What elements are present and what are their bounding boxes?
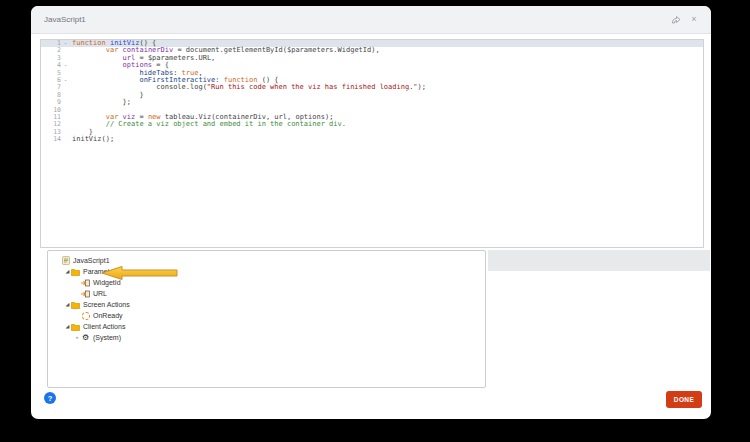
fold-gutter: [61, 107, 70, 114]
tree-item-label: WidgetId: [93, 279, 121, 286]
code-text: initViz();: [70, 136, 114, 143]
fold-marker-icon[interactable]: -: [61, 62, 70, 69]
tree-item-client-actions[interactable]: ◢Client Actions: [54, 321, 485, 332]
fold-gutter: [61, 136, 70, 143]
tree-item-label: Screen Actions: [83, 301, 130, 308]
on-ready-event-icon: [81, 311, 90, 320]
fold-marker-icon[interactable]: -: [61, 77, 70, 84]
tree-expander-icon[interactable]: ◢: [64, 268, 71, 275]
fold-gutter: [61, 114, 70, 121]
code-text: };: [70, 99, 131, 106]
folder-icon: [71, 267, 80, 276]
titlebar-icons: ×: [671, 15, 711, 25]
tree-item-javascript1[interactable]: JavaScript1: [54, 255, 485, 266]
system-gear-icon: ⚙: [81, 333, 90, 342]
tree-item-label: Parameters: [83, 268, 119, 275]
input-parameter-icon: [81, 289, 90, 298]
dialog-titlebar: JavaScript1 ×: [31, 6, 711, 34]
done-button[interactable]: DONE: [666, 391, 702, 408]
scope-tree: JavaScript1◢ParametersWidgetIdURL◢Screen…: [48, 251, 485, 343]
tree-expander-icon[interactable]: ◢: [64, 323, 71, 330]
tree-expander-icon[interactable]: ▸: [74, 334, 81, 341]
tree-item-system[interactable]: ▸⚙(System): [54, 332, 485, 343]
code-line[interactable]: 13 }: [41, 129, 703, 136]
code-lines: 1-function initViz() {2 var containerDiv…: [41, 40, 703, 143]
folder-icon: [71, 322, 80, 331]
fold-gutter: [61, 70, 70, 77]
fold-gutter: [61, 84, 70, 91]
fold-gutter: [61, 129, 70, 136]
fold-gutter: [61, 121, 70, 128]
dialog-title: JavaScript1: [31, 15, 86, 24]
description-panel: [488, 250, 710, 386]
code-line[interactable]: 9 };: [41, 99, 703, 106]
code-line[interactable]: 14initViz();: [41, 136, 703, 143]
fold-gutter: [61, 92, 70, 99]
tree-item-label: URL: [93, 290, 107, 297]
tree-item-label: OnReady: [93, 312, 123, 319]
tree-item-widgetid[interactable]: WidgetId: [54, 277, 485, 288]
fold-gutter: [61, 47, 70, 54]
javascript-node-icon: [61, 256, 70, 265]
tree-item-url[interactable]: URL: [54, 288, 485, 299]
tree-item-label: JavaScript1: [73, 257, 110, 264]
tree-item-label: Client Actions: [83, 323, 125, 330]
fold-gutter: [61, 99, 70, 106]
tree-item-screen-actions[interactable]: ◢Screen Actions: [54, 299, 485, 310]
help-icon[interactable]: ?: [44, 392, 56, 404]
description-panel-header: [488, 250, 710, 271]
code-line[interactable]: 8 }: [41, 92, 703, 99]
tree-expander-icon[interactable]: ◢: [64, 301, 71, 308]
folder-icon: [71, 300, 80, 309]
tree-item-onready[interactable]: OnReady: [54, 310, 485, 321]
code-text: // Create a viz object and embed it in t…: [70, 121, 346, 128]
javascript-editor-dialog: JavaScript1 × 1-function initViz() {2 va…: [31, 6, 711, 419]
code-editor[interactable]: 1-function initViz() {2 var containerDiv…: [40, 39, 704, 248]
script-scope-tree-panel: JavaScript1◢ParametersWidgetIdURL◢Screen…: [47, 250, 486, 388]
input-parameter-icon: [81, 278, 90, 287]
code-line[interactable]: 12 // Create a viz object and embed it i…: [41, 121, 703, 128]
close-icon[interactable]: ×: [689, 15, 699, 25]
line-number: 14: [41, 136, 61, 143]
fold-gutter: [61, 55, 70, 62]
fold-marker-icon[interactable]: -: [61, 40, 70, 47]
popout-icon[interactable]: [671, 15, 681, 25]
tree-item-label: (System): [93, 334, 121, 341]
tree-item-parameters[interactable]: ◢Parameters: [54, 266, 485, 277]
